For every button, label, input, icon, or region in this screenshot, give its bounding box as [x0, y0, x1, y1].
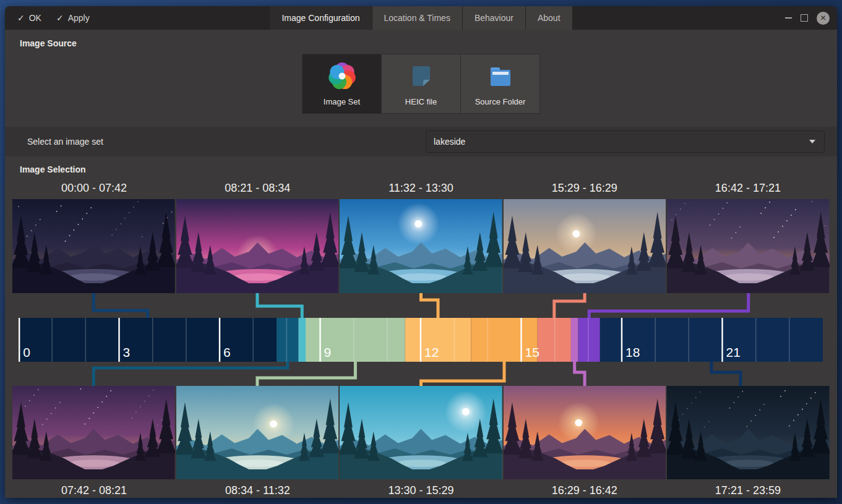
wallpaper-thumbnail[interactable]: [504, 386, 666, 479]
desktop-background: ✓ OK ✓ Apply Image ConfigurationLocation…: [0, 0, 842, 504]
time-range-label: 16:29 - 16:42: [503, 483, 666, 498]
wallpaper-thumbnail[interactable]: [176, 386, 339, 479]
dropdown-value: lakeside: [434, 137, 809, 147]
svg-text:3: 3: [123, 345, 131, 359]
timeline-bar[interactable]: 036912151821: [5, 293, 837, 386]
svg-text:6: 6: [223, 345, 231, 359]
close-icon[interactable]: ✕: [817, 12, 830, 25]
time-range-label: 08:34 - 11:32: [176, 483, 339, 498]
source-option-heic-file[interactable]: HEIC file: [382, 54, 461, 114]
time-range-label: 08:21 - 08:34: [176, 181, 339, 197]
bottom-time-labels: 07:42 - 08:2108:34 - 11:3213:30 - 15:291…: [12, 483, 830, 498]
wallpaper-thumbnail[interactable]: [667, 199, 830, 293]
apply-button-label: Apply: [68, 13, 90, 23]
tab-bar: Image ConfigurationLocation & TimesBehav…: [5, 6, 837, 30]
titlebar-actions: ✓ OK ✓ Apply: [5, 11, 95, 25]
ok-button-label: OK: [29, 13, 41, 23]
chevron-down-icon: [809, 140, 815, 143]
wallpaper-thumbnail[interactable]: [12, 199, 175, 293]
ok-button[interactable]: ✓ OK: [12, 11, 46, 25]
heic-file-icon: [406, 61, 436, 93]
main-content: Image Source Image SetHEIC fileSource Fo…: [5, 38, 837, 498]
apply-button[interactable]: ✓ Apply: [51, 11, 95, 25]
top-time-labels: 00:00 - 07:4208:21 - 08:3411:32 - 13:301…: [12, 181, 830, 197]
bottom-thumbnails: [12, 386, 830, 479]
tab-location-times[interactable]: Location & Times: [372, 6, 462, 30]
svg-text:9: 9: [324, 345, 332, 359]
titlebar[interactable]: ✓ OK ✓ Apply Image ConfigurationLocation…: [5, 6, 837, 30]
svg-text:0: 0: [23, 345, 30, 359]
time-range-label: 11:32 - 13:30: [339, 181, 502, 197]
window-controls: ✕: [785, 6, 830, 30]
wallpaper-thumbnail[interactable]: [176, 199, 339, 293]
check-icon: ✓: [17, 13, 25, 23]
tab-about[interactable]: About: [525, 6, 573, 30]
minimize-icon[interactable]: [785, 17, 792, 19]
svg-text:15: 15: [525, 345, 539, 359]
tab-behaviour[interactable]: Behaviour: [462, 6, 525, 30]
time-range-label: 16:42 - 17:21: [666, 181, 830, 197]
image-selection-title: Image Selection: [20, 164, 837, 176]
source-option-label: Source Folder: [475, 97, 526, 106]
wallpaper-thumbnail[interactable]: [340, 199, 502, 293]
source-option-label: Image Set: [324, 97, 360, 106]
wallpaper-thumbnail[interactable]: [667, 386, 830, 479]
svg-text:18: 18: [625, 345, 640, 359]
time-range-label: 17:21 - 23:59: [666, 483, 830, 498]
image-source-options: Image SetHEIC fileSource Folder: [5, 54, 837, 114]
select-image-set-label: Select an image set: [27, 137, 103, 147]
time-range-label: 00:00 - 07:42: [12, 181, 176, 197]
color-wheel-icon: [327, 61, 357, 93]
image-source-title: Image Source: [20, 38, 837, 49]
check-icon: ✓: [56, 13, 64, 23]
image-set-dropdown[interactable]: lakeside: [426, 130, 825, 153]
image-selection-area: 00:00 - 07:4208:21 - 08:3411:32 - 13:301…: [5, 181, 837, 498]
source-option-image-set[interactable]: Image Set: [302, 54, 382, 114]
folder-icon: [486, 61, 515, 93]
maximize-icon[interactable]: [801, 14, 808, 22]
wallpaper-thumbnail[interactable]: [340, 386, 502, 479]
source-option-source-folder[interactable]: Source Folder: [461, 54, 540, 114]
time-range-label: 13:30 - 15:29: [339, 483, 502, 498]
wallpaper-thumbnail[interactable]: [12, 386, 175, 479]
time-range-label: 07:42 - 08:21: [12, 483, 176, 498]
image-set-row: Select an image set lakeside: [5, 127, 837, 156]
svg-text:12: 12: [424, 345, 439, 359]
wallpaper-thumbnail[interactable]: [504, 199, 666, 293]
time-range-label: 15:29 - 16:29: [503, 181, 666, 197]
svg-text:21: 21: [726, 345, 741, 359]
tab-image-configuration[interactable]: Image Configuration: [269, 6, 371, 30]
top-thumbnails: [12, 199, 830, 293]
app-window: ✓ OK ✓ Apply Image ConfigurationLocation…: [5, 6, 837, 498]
source-option-label: HEIC file: [405, 97, 437, 106]
